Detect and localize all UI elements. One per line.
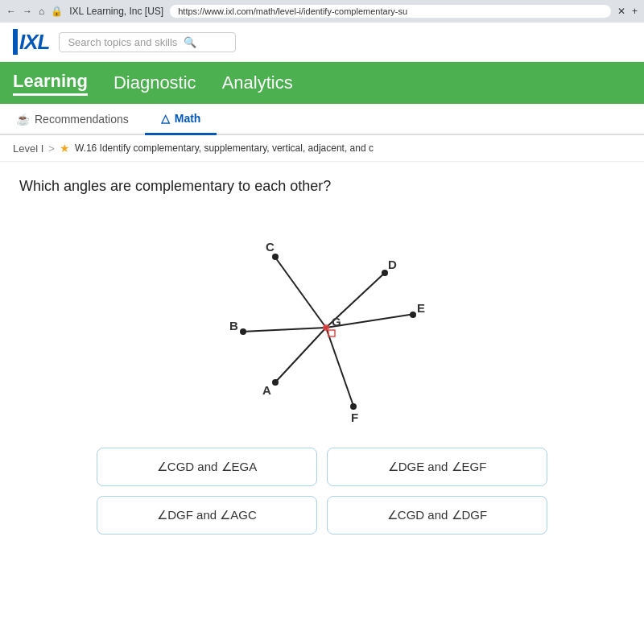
breadcrumb-lesson: W.16 Identify complementary, supplementa… bbox=[75, 142, 374, 154]
ixl-header: IXL Search topics and skills 🔍 bbox=[0, 23, 644, 62]
search-icon[interactable]: 🔍 bbox=[184, 36, 196, 48]
svg-text:E: E bbox=[417, 301, 425, 315]
svg-point-10 bbox=[240, 328, 246, 335]
question-text: Which angles are complementary to each o… bbox=[19, 178, 625, 195]
nav-item-analytics[interactable]: Analytics bbox=[222, 72, 293, 93]
svg-line-12 bbox=[274, 328, 326, 384]
answer-btn-3[interactable]: ∠DGF and ∠AGC bbox=[97, 496, 317, 535]
breadcrumb-level[interactable]: Level I bbox=[13, 142, 43, 155]
nav-item-diagnostic[interactable]: Diagnostic bbox=[114, 72, 196, 93]
svg-text:D: D bbox=[388, 258, 397, 271]
search-placeholder: Search topics and skills bbox=[68, 36, 177, 48]
svg-text:A: A bbox=[262, 383, 271, 397]
close-icon[interactable]: ✕ bbox=[617, 6, 625, 17]
browser-bar: ← → ⌂ 🔒 IXL Learning, Inc [US] https://w… bbox=[0, 0, 644, 23]
breadcrumb-chevron: > bbox=[48, 142, 55, 155]
breadcrumb-star: ★ bbox=[60, 142, 70, 155]
back-icon[interactable]: ← bbox=[6, 6, 16, 17]
address-bar[interactable]: https://www.ixl.com/math/level-i/identif… bbox=[170, 5, 611, 18]
diagram-area: C D E B A F G bbox=[19, 211, 625, 428]
ixl-logo[interactable]: IXL bbox=[13, 29, 49, 55]
answer-btn-4[interactable]: ∠CGD and ∠DGF bbox=[327, 496, 547, 535]
svg-text:G: G bbox=[332, 315, 341, 328]
recommendations-icon: ☕ bbox=[16, 113, 30, 126]
svg-point-1 bbox=[272, 254, 279, 260]
angle-diagram: C D E B A F G bbox=[185, 211, 459, 428]
main-nav: Learning Diagnostic Analytics bbox=[0, 62, 644, 104]
svg-text:C: C bbox=[266, 240, 275, 254]
math-icon: △ bbox=[161, 112, 170, 125]
svg-line-9 bbox=[242, 328, 326, 332]
svg-point-13 bbox=[272, 379, 279, 386]
tab-site-label: IXL Learning, Inc [US] bbox=[69, 6, 163, 17]
svg-line-15 bbox=[326, 328, 354, 408]
svg-point-7 bbox=[410, 312, 416, 318]
sub-nav-math[interactable]: △ Math bbox=[145, 104, 217, 135]
svg-point-16 bbox=[350, 403, 357, 410]
svg-line-0 bbox=[274, 255, 326, 328]
sub-nav: ☕ Recommendations △ Math bbox=[0, 104, 644, 135]
svg-text:B: B bbox=[229, 319, 238, 332]
answer-grid: ∠CGD and ∠EGA ∠DGE and ∠EGF ∠DGF and ∠AG… bbox=[97, 448, 547, 535]
nav-item-learning[interactable]: Learning bbox=[13, 71, 88, 96]
sub-nav-recommendations[interactable]: ☕ Recommendations bbox=[0, 104, 145, 134]
home-icon[interactable]: ⌂ bbox=[39, 6, 44, 17]
new-tab-icon[interactable]: + bbox=[632, 6, 638, 17]
answer-btn-2[interactable]: ∠DGE and ∠EGF bbox=[327, 448, 547, 486]
answer-btn-1[interactable]: ∠CGD and ∠EGA bbox=[97, 448, 317, 486]
breadcrumb: Level I > ★ W.16 Identify complementary,… bbox=[0, 135, 644, 162]
svg-point-4 bbox=[382, 270, 388, 276]
lock-icon: 🔒 bbox=[51, 6, 63, 17]
main-content: Which angles are complementary to each o… bbox=[0, 162, 644, 551]
forward-icon[interactable]: → bbox=[23, 6, 32, 17]
search-box[interactable]: Search topics and skills 🔍 bbox=[59, 32, 236, 52]
svg-text:F: F bbox=[351, 411, 358, 424]
